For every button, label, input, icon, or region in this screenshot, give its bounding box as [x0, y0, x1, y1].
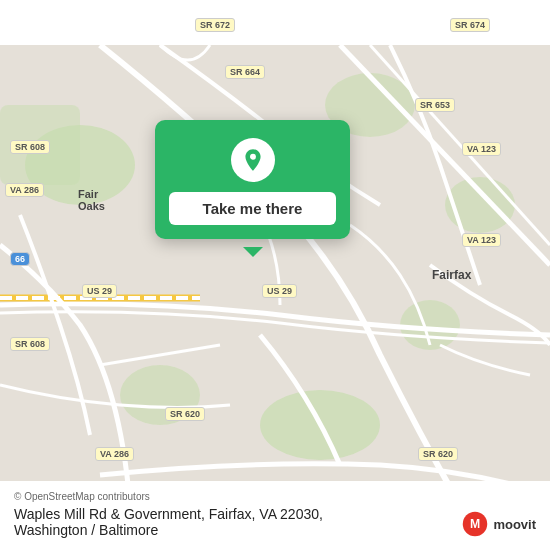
copyright-line: © OpenStreetMap contributors [14, 491, 536, 502]
fairfax-label: Fairfax [432, 268, 471, 282]
map-container: SR 672 SR 674 SR 608 SR 664 SR 653 VA 28… [0, 0, 550, 550]
road-label-sr620-right: SR 620 [418, 447, 458, 461]
city-line: Washington / Baltimore [14, 522, 536, 538]
road-label-sr664: SR 664 [225, 65, 265, 79]
road-label-us29-mid: US 29 [262, 284, 297, 298]
road-label-sr608-bot: SR 608 [10, 337, 50, 351]
road-label-va286-left: VA 286 [5, 183, 44, 197]
road-label-sr608: SR 608 [10, 140, 50, 154]
road-label-sr674: SR 674 [450, 18, 490, 32]
take-me-there-button[interactable]: Take me there [169, 192, 336, 225]
moovit-text: moovit [493, 517, 536, 532]
road-label-us29-left: US 29 [82, 284, 117, 298]
svg-text:M: M [470, 517, 480, 531]
road-label-va286-bot: VA 286 [95, 447, 134, 461]
road-label-va123-top: VA 123 [462, 142, 501, 156]
popup-balloon: Take me there [155, 120, 350, 239]
road-label-i66: 66 [10, 252, 30, 266]
road-label-sr653: SR 653 [415, 98, 455, 112]
bottom-bar: © OpenStreetMap contributors Waples Mill… [0, 481, 550, 550]
svg-point-12 [249, 153, 257, 161]
road-label-va123-mid: VA 123 [462, 233, 501, 247]
address-line: Waples Mill Rd & Government, Fairfax, VA… [14, 506, 536, 522]
address-text: Waples Mill Rd & Government, Fairfax, VA… [14, 506, 323, 522]
fair-oaks-label: FairOaks [78, 188, 105, 212]
svg-point-5 [445, 177, 515, 233]
location-pin-icon [231, 138, 275, 182]
moovit-logo: M moovit [461, 510, 536, 538]
moovit-icon: M [461, 510, 489, 538]
road-label-sr620-bot: SR 620 [165, 407, 205, 421]
road-label-sr672: SR 672 [195, 18, 235, 32]
